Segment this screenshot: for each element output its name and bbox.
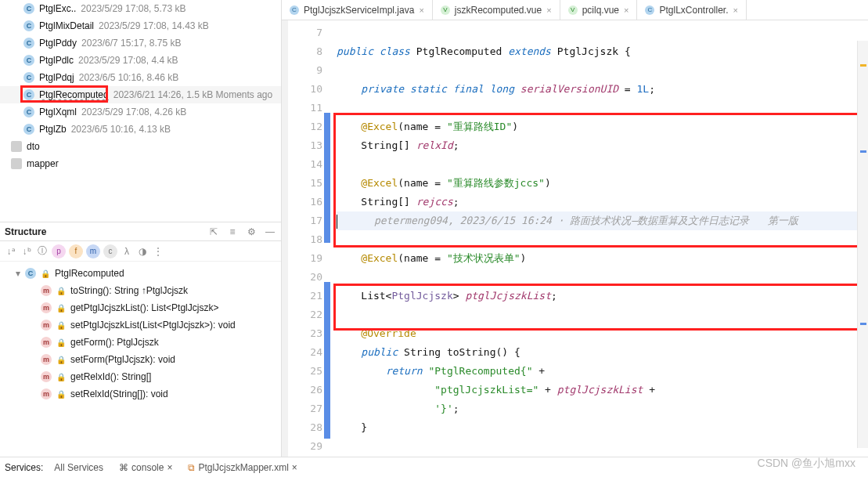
- file-meta: 2023/6/5 10:16, 4.13 kB: [71, 124, 171, 135]
- class-icon: C: [23, 38, 34, 49]
- code-line[interactable]: "ptglJcjszkList=" + ptglJcjszkList +: [337, 381, 868, 399]
- class-name: PtglRecomputed: [55, 268, 124, 279]
- structure-member-row[interactable]: m🔒getRelxId(): String[]: [0, 368, 281, 385]
- folder-icon: [11, 158, 22, 169]
- code-line[interactable]: public String toString() {: [337, 343, 868, 362]
- file-meta: 2023/5/29 17:08, 4.4 kB: [78, 55, 178, 66]
- fields-pill[interactable]: f: [69, 244, 83, 258]
- close-icon[interactable]: ×: [167, 462, 172, 473]
- structure-member-row[interactable]: m🔒getPtglJcjszkList(): List<PtglJcjszk>: [0, 299, 281, 316]
- method-icon: m: [41, 388, 52, 399]
- code-area[interactable]: public class PtglRecomputed extends Ptgl…: [330, 20, 868, 457]
- code-line[interactable]: petermeng094, 2023/6/15 16:24 · 路面技术状况—数…: [337, 211, 868, 230]
- close-icon[interactable]: ×: [546, 5, 551, 15]
- method-icon: m: [41, 337, 52, 348]
- code-line[interactable]: [337, 437, 868, 456]
- file-name: PtglPdlc: [39, 55, 74, 66]
- code-line[interactable]: @Excel(name = "重算路线ID"): [337, 117, 868, 136]
- member-signature: getPtglJcjszkList(): List<PtglJcjszk>: [70, 302, 218, 313]
- class-icon: C: [23, 55, 34, 66]
- close-icon[interactable]: ×: [292, 462, 297, 473]
- code-line[interactable]: }: [337, 418, 868, 437]
- code-line[interactable]: return "PtglRecomputed{" +: [337, 362, 868, 381]
- code-line[interactable]: '}';: [337, 399, 868, 418]
- member-signature: setPtglJcjszkList(List<PtglJcjszk>): voi…: [70, 320, 236, 331]
- structure-member-row[interactable]: m🔒setForm(PtglJcjszk): void: [0, 351, 281, 368]
- xml-icon: ⧉: [188, 462, 195, 473]
- file-meta: 2023/6/21 14:26, 1.5 kB Moments ago: [113, 89, 272, 100]
- file-row[interactable]: CPtglRecomputed2023/6/21 14:26, 1.5 kB M…: [0, 86, 281, 103]
- code-line[interactable]: [337, 155, 868, 174]
- code-line[interactable]: @Override: [337, 324, 868, 343]
- show-inherited-icon[interactable]: Ⓘ: [36, 245, 49, 258]
- anonymous-icon[interactable]: ◑: [136, 245, 149, 258]
- services-bar: Services: All Services ⌘console× ⧉PtglJc…: [0, 457, 868, 477]
- services-mapper-tab[interactable]: ⧉PtglJcjszkMapper.xml×: [183, 460, 301, 475]
- editor-tab[interactable]: Vpcilq.vue×: [560, 0, 638, 20]
- file-name: PtglExc..: [39, 3, 76, 14]
- editor-tab[interactable]: VjszkRecomputed.vue×: [433, 0, 560, 20]
- collapse-icon[interactable]: ⇱: [207, 226, 220, 238]
- file-name: PtglPdqj: [39, 72, 74, 83]
- sort-visibility-icon[interactable]: ↓ᵇ: [20, 245, 33, 258]
- method-icon: m: [41, 285, 52, 296]
- code-line[interactable]: String[] rejccs;: [337, 193, 868, 211]
- code-line[interactable]: [337, 23, 868, 42]
- methods-pill[interactable]: m: [86, 244, 100, 258]
- close-icon[interactable]: ×: [624, 5, 628, 15]
- code-line[interactable]: List<PtglJcjszk> ptglJcjszkList;: [337, 287, 868, 305]
- code-line[interactable]: private static final long serialVersionU…: [337, 80, 868, 99]
- hide-icon[interactable]: —: [264, 226, 276, 238]
- properties-pill[interactable]: p: [52, 244, 66, 258]
- more-icon[interactable]: ⋮: [152, 245, 164, 258]
- editor-tab[interactable]: CPtglJcjszkServiceImpl.java×: [282, 0, 433, 20]
- file-row[interactable]: CPtglMixDetail2023/5/29 17:08, 14.43 kB: [0, 17, 281, 34]
- filter-icon[interactable]: ≡: [226, 226, 239, 238]
- file-meta: 2023/5/29 17:08, 14.43 kB: [99, 20, 209, 31]
- services-all-tab[interactable]: All Services: [49, 460, 108, 475]
- code-line[interactable]: [337, 99, 868, 117]
- lock-icon: 🔒: [56, 321, 66, 330]
- code-editor[interactable]: 7891011121314151617181920212223242526272…: [282, 20, 868, 457]
- minimap[interactable]: [857, 41, 868, 448]
- close-icon[interactable]: ×: [419, 5, 423, 15]
- sort-alpha-icon[interactable]: ↓ᵃ: [5, 245, 17, 258]
- file-row[interactable]: CPtglXqml2023/5/29 17:08, 4.26 kB: [0, 103, 281, 121]
- file-row[interactable]: CPtglPddy2023/6/7 15:17, 8.75 kB: [0, 34, 281, 52]
- lock-icon: 🔒: [56, 287, 66, 295]
- close-icon[interactable]: ×: [733, 5, 738, 15]
- folder-row[interactable]: dto: [0, 138, 281, 155]
- file-row[interactable]: CPtglZb2023/6/5 10:16, 4.13 kB: [0, 121, 281, 138]
- editor-tabs[interactable]: CPtglJcjszkServiceImpl.java×VjszkRecompu…: [282, 0, 868, 20]
- vue-icon: V: [568, 5, 578, 15]
- tab-label: pcilq.vue: [582, 5, 619, 16]
- code-line[interactable]: @Excel(name = "技术状况表单"): [337, 249, 868, 268]
- editor-tab[interactable]: CPtglLxController.×: [637, 0, 746, 20]
- classes-pill[interactable]: c: [103, 244, 117, 258]
- file-meta: 2023/6/7 15:17, 8.75 kB: [81, 38, 181, 49]
- chevron-down-icon[interactable]: ▾: [16, 268, 20, 279]
- gear-icon[interactable]: ⚙: [245, 226, 258, 238]
- structure-member-row[interactable]: m🔒toString(): String ↑PtglJcjszk: [0, 282, 281, 299]
- folder-row[interactable]: mapper: [0, 155, 281, 172]
- code-line[interactable]: public class PtglRecomputed extends Ptgl…: [337, 42, 868, 61]
- code-line[interactable]: @Excel(name = "重算路线参数jccs"): [337, 174, 868, 193]
- project-file-list[interactable]: CPtglExc..2023/5/29 17:08, 5.73 kBCPtglM…: [0, 0, 281, 222]
- code-line[interactable]: [337, 61, 868, 80]
- structure-member-row[interactable]: m🔒setPtglJcjszkList(List<PtglJcjszk>): v…: [0, 316, 281, 334]
- services-console-tab[interactable]: ⌘console×: [114, 460, 177, 475]
- structure-tree[interactable]: ▾C🔒PtglRecomputedm🔒toString(): String ↑P…: [0, 262, 281, 457]
- code-line[interactable]: [337, 305, 868, 324]
- file-row[interactable]: CPtglPdlc2023/5/29 17:08, 4.4 kB: [0, 52, 281, 69]
- lambda-icon[interactable]: λ: [121, 245, 133, 258]
- structure-member-row[interactable]: m🔒getForm(): PtglJcjszk: [0, 334, 281, 351]
- file-row[interactable]: CPtglExc..2023/5/29 17:08, 5.73 kB: [0, 0, 281, 17]
- structure-member-row[interactable]: m🔒setRelxId(String[]): void: [0, 385, 281, 403]
- code-line[interactable]: [337, 268, 868, 287]
- class-icon: C: [645, 5, 654, 15]
- structure-class-row[interactable]: ▾C🔒PtglRecomputed: [0, 265, 281, 282]
- code-line[interactable]: String[] relxId;: [337, 136, 868, 155]
- terminal-icon: ⌘: [119, 462, 128, 473]
- file-row[interactable]: CPtglPdqj2023/6/5 10:16, 8.46 kB: [0, 69, 281, 86]
- code-line[interactable]: [337, 230, 868, 249]
